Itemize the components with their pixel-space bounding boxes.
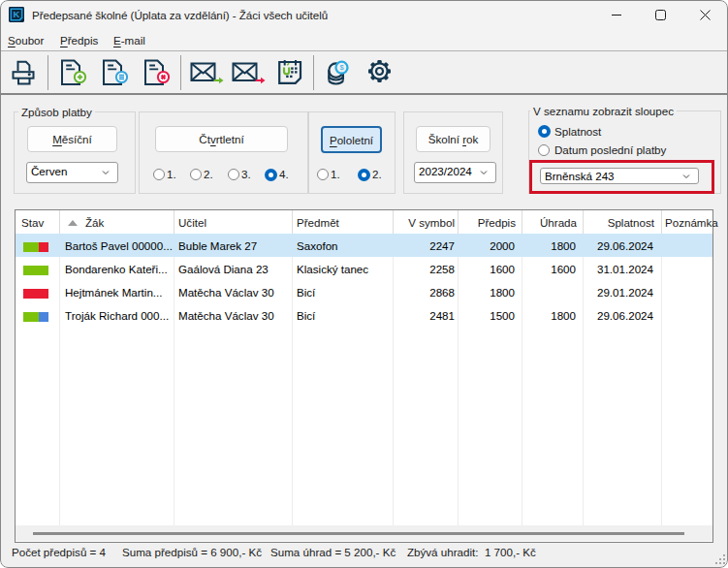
svg-text:K: K <box>14 9 20 19</box>
